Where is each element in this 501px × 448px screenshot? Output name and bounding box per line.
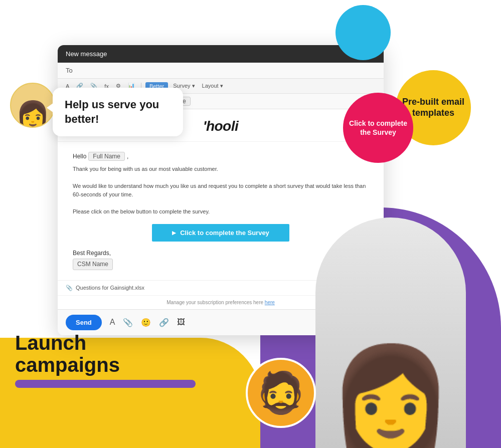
- attachment-icon: 📎: [66, 285, 73, 291]
- email-greeting: Hello Full Name ,: [73, 152, 369, 161]
- greeting-name-field[interactable]: Full Name: [88, 152, 125, 161]
- attachment-filename: Questions for Gainsight.xlsx: [76, 285, 144, 291]
- speech-bubble: Help us serve you better!: [53, 88, 183, 136]
- bottom-left-text: Launch campaigns: [15, 332, 196, 388]
- megaphone-figure-icon: 👩: [16, 102, 50, 128]
- hooli-logo: 'hooli: [203, 118, 239, 134]
- bottom-text-launch: Launch: [15, 332, 196, 354]
- csm-name-field[interactable]: CSM Name: [73, 259, 113, 270]
- to-label: To: [66, 67, 73, 74]
- bottom-text-campaigns: campaigns: [15, 354, 196, 376]
- paperclip-icon[interactable]: 📎: [123, 318, 133, 327]
- pink-cta-text: Click to complete the Survey: [343, 113, 413, 143]
- to-row: To: [58, 63, 384, 79]
- email-body-line2: We would like to understand how much you…: [73, 182, 369, 199]
- woman-photo: 👩: [310, 207, 471, 448]
- unsubscribe-link[interactable]: here: [265, 300, 275, 305]
- greeting-comma: ,: [127, 153, 128, 160]
- email-body-line1: Thank you for being with us as our most …: [73, 165, 369, 174]
- man-emoji: 🧔: [256, 373, 306, 413]
- woman-emoji: 👩: [328, 348, 453, 448]
- blue-circle-decoration: [336, 5, 391, 60]
- emoji-icon[interactable]: 🙂: [141, 318, 151, 327]
- unsubscribe-text: Manage your subscription preferences her…: [166, 300, 263, 305]
- window-title: New message: [66, 50, 107, 58]
- toolbar-layout-dropdown[interactable]: Layout ▾: [200, 82, 225, 90]
- survey-cta-button[interactable]: Click to complete the Survey: [152, 224, 289, 242]
- pink-cta-circle[interactable]: Click to complete the Survey: [343, 93, 413, 163]
- woman-avatar-figure: 👩: [315, 217, 466, 448]
- purple-underline: [15, 380, 196, 388]
- man-circle: 🧔: [246, 358, 316, 428]
- send-button[interactable]: Send: [66, 315, 102, 330]
- greeting-text: Hello: [73, 153, 86, 160]
- chain-icon[interactable]: 🔗: [159, 318, 169, 327]
- font-icon[interactable]: A: [110, 318, 115, 327]
- window-titlebar: New message: [58, 45, 384, 63]
- image-icon[interactable]: 🖼: [177, 318, 185, 327]
- speech-bubble-text: Help us serve you better!: [65, 98, 159, 125]
